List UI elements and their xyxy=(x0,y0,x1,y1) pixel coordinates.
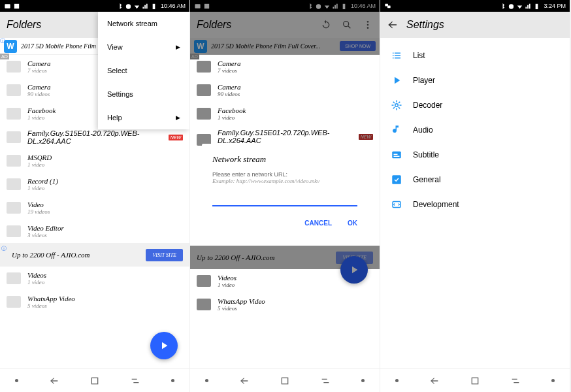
folder-name: Camera xyxy=(218,83,373,91)
ad-close-icon[interactable]: ⓘ xyxy=(0,37,5,44)
settings-player-item[interactable]: Player xyxy=(380,68,570,93)
ad-text: Up to 2200 Off - AJIO.com xyxy=(12,251,146,259)
menu-network-stream[interactable]: Network stream xyxy=(98,12,189,35)
svg-rect-4 xyxy=(91,378,97,384)
folder-item[interactable]: Camera7 videos xyxy=(190,55,380,78)
screen-settings: 3:24 PM Settings List Player Decoder Aud… xyxy=(380,0,570,392)
battery-icon xyxy=(340,3,348,10)
folder-item[interactable]: Videos1 video xyxy=(0,267,189,290)
folder-item[interactable]: WhatsApp Video5 videos xyxy=(0,290,189,314)
folder-item[interactable]: Camera90 videos xyxy=(190,78,380,102)
shop-now-button[interactable]: SHOP NOW xyxy=(340,41,376,51)
folder-item[interactable]: Record (1)1 video xyxy=(0,172,189,196)
refresh-icon[interactable] xyxy=(321,20,331,30)
ad-tag: AD xyxy=(190,54,199,59)
more-icon[interactable] xyxy=(363,20,373,30)
menu-help[interactable]: Help▶ xyxy=(98,106,189,129)
folder-item[interactable]: WhatsApp Video5 videos xyxy=(190,293,380,316)
menu-select[interactable]: Select xyxy=(98,59,189,82)
ad-item[interactable]: ⓘ Up to 2200 Off - AJIO.com VISIT SITE xyxy=(0,243,189,267)
gear-icon xyxy=(391,99,402,111)
nav-dot[interactable] xyxy=(551,379,555,382)
folder-icon xyxy=(7,296,21,308)
nav-back-icon[interactable] xyxy=(49,376,59,386)
svg-point-12 xyxy=(367,27,369,29)
ad-banner-top[interactable]: W 2017 5D Mobile Phone Film Full Cover..… xyxy=(190,38,380,55)
svg-rect-20 xyxy=(394,154,398,155)
settings-label: List xyxy=(413,51,425,60)
folder-count: 7 videos xyxy=(218,67,373,74)
nav-home-icon[interactable] xyxy=(90,376,100,386)
folder-name: Facebook xyxy=(218,106,373,114)
nav-dot[interactable] xyxy=(171,379,174,382)
back-icon[interactable] xyxy=(387,19,399,31)
folder-count: 5 videos xyxy=(218,305,373,312)
settings-decoder-item[interactable]: Decoder xyxy=(380,93,570,118)
alarm-icon xyxy=(315,3,322,10)
folder-name: Videos xyxy=(27,271,183,279)
settings-list-item[interactable]: List xyxy=(380,43,570,68)
ok-button[interactable]: OK xyxy=(348,220,357,227)
folder-icon xyxy=(7,178,21,190)
nav-home-icon[interactable] xyxy=(280,376,290,386)
screen-network-dialog: 10:46 AM Folders W 2017 5D Mobile Phone … xyxy=(190,0,380,392)
folder-name: Camera xyxy=(218,59,373,67)
svg-rect-17 xyxy=(536,3,538,8)
folder-item[interactable]: MSQRD1 video xyxy=(0,149,189,172)
header-title: Settings xyxy=(406,19,444,31)
signal-icon xyxy=(142,3,149,10)
ad-text: 2017 5D Mobile Phone Film Full Cover... xyxy=(211,42,340,50)
svg-point-18 xyxy=(395,104,399,107)
settings-label: General xyxy=(413,175,441,184)
svg-point-16 xyxy=(509,4,514,8)
svg-rect-15 xyxy=(387,5,391,8)
nav-back-icon[interactable] xyxy=(239,376,250,386)
nav-dot[interactable] xyxy=(395,379,399,382)
status-time: 10:46 AM xyxy=(161,3,186,9)
settings-subtitle-item[interactable]: Subtitle xyxy=(380,142,570,167)
folder-item[interactable]: Video Editor3 videos xyxy=(0,220,189,243)
settings-development-item[interactable]: Development xyxy=(380,192,570,217)
nav-recent-icon[interactable] xyxy=(320,376,331,386)
menu-view[interactable]: View▶ xyxy=(98,35,189,59)
nav-dot[interactable] xyxy=(361,379,365,382)
ad-close-icon[interactable]: ⓘ xyxy=(1,245,7,252)
picture-icon xyxy=(203,3,210,10)
folder-count: 19 videos xyxy=(27,208,183,215)
settings-label: Development xyxy=(413,200,459,209)
settings-label: Decoder xyxy=(413,101,442,110)
folder-icon xyxy=(197,299,211,310)
url-input[interactable] xyxy=(212,189,357,206)
svg-rect-0 xyxy=(5,4,10,8)
folder-icon xyxy=(7,61,21,73)
search-icon[interactable] xyxy=(342,20,352,30)
nav-back-icon[interactable] xyxy=(429,376,440,386)
nav-home-icon[interactable] xyxy=(470,376,480,386)
menu-settings[interactable]: Settings xyxy=(98,82,189,106)
folder-item[interactable]: Facebook1 video xyxy=(190,102,380,125)
play-fab[interactable] xyxy=(150,332,178,359)
bluetooth-icon xyxy=(499,3,506,10)
visit-site-button[interactable]: VISIT SITE xyxy=(146,249,183,261)
cancel-button[interactable]: CANCEL xyxy=(304,220,332,227)
svg-rect-22 xyxy=(392,175,401,184)
chat-icon xyxy=(384,3,391,10)
folder-icon xyxy=(7,108,21,120)
alarm-icon xyxy=(125,3,132,10)
settings-audio-item[interactable]: Audio xyxy=(380,118,570,142)
bluetooth-icon xyxy=(116,3,123,10)
svg-rect-5 xyxy=(195,4,200,8)
folder-count: 90 videos xyxy=(218,91,373,97)
play-fab[interactable] xyxy=(340,256,368,284)
settings-general-item[interactable]: General xyxy=(380,167,570,192)
screen-folders-menu: 10:46 AM Folders ⓘ W 2017 5D Mobile Phon… xyxy=(0,0,190,392)
nav-dot[interactable] xyxy=(15,379,18,382)
nav-recent-icon[interactable] xyxy=(130,376,140,386)
nav-dot[interactable] xyxy=(205,379,208,382)
bluetooth-icon xyxy=(306,3,314,10)
folder-item[interactable]: Video19 videos xyxy=(0,196,189,220)
popup-menu: Network stream View▶ Select Settings Hel… xyxy=(98,12,189,129)
folder-icon xyxy=(197,84,211,96)
nav-recent-icon[interactable] xyxy=(510,376,521,386)
dev-icon xyxy=(391,199,402,210)
